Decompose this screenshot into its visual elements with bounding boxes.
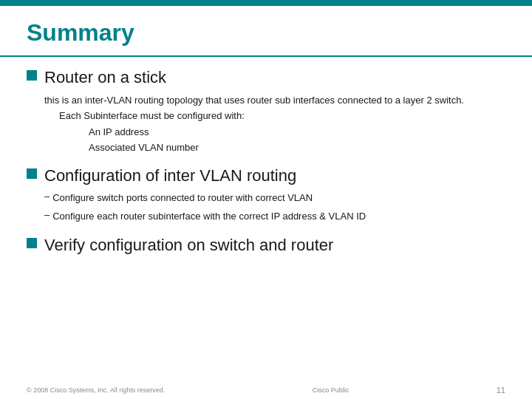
- ip-address-item: An IP address: [89, 125, 505, 140]
- vlan-number-item: Associated VLAN number: [89, 140, 505, 155]
- config-dash-text-1: Configure switch ports connected to rout…: [52, 191, 313, 205]
- bullet-main-verify: Verify configuration on switch and route…: [27, 235, 505, 256]
- config-dash-2: – Configure each router subinterface wit…: [44, 209, 505, 225]
- config-dash-1: – Configure switch ports connected to ro…: [44, 191, 505, 207]
- bullet-main-router: Router on a stick: [27, 67, 505, 89]
- router-intro-text: this is an inter-VLAN routing topology t…: [44, 93, 505, 108]
- bullet-section-verify: Verify configuration on switch and route…: [27, 235, 505, 256]
- bullet-label-config: Configuration of inter VLAN routing: [44, 166, 296, 187]
- footer: © 2008 Cisco Systems, Inc. All rights re…: [27, 386, 505, 395]
- bullet-label-verify: Verify configuration on switch and route…: [44, 235, 333, 256]
- title-area: Summary: [0, 6, 532, 57]
- footer-page-number: 11: [497, 386, 505, 395]
- bullet-label-router: Router on a stick: [44, 67, 166, 89]
- config-dash-text-2: Configure each router subinterface with …: [52, 209, 366, 224]
- subinterface-label: Each Subinterface must be configured wit…: [59, 109, 505, 123]
- slide-container: Summary Router on a stick this is an int…: [0, 6, 532, 399]
- footer-copyright: © 2008 Cisco Systems, Inc. All rights re…: [27, 386, 165, 394]
- bullet-section-config: Configuration of inter VLAN routing – Co…: [27, 166, 505, 225]
- bullet-icon-router: [27, 70, 37, 81]
- bullet-icon-config: [27, 168, 37, 179]
- header-bar: [0, 0, 532, 6]
- bullet-icon-verify: [27, 238, 37, 248]
- router-sub-content: this is an inter-VLAN routing topology t…: [44, 93, 505, 155]
- slide-title: Summary: [27, 19, 134, 46]
- config-sub-content: – Configure switch ports connected to ro…: [44, 191, 505, 225]
- bullet-main-config: Configuration of inter VLAN routing: [27, 166, 505, 187]
- bullet-section-router: Router on a stick this is an inter-VLAN …: [27, 67, 505, 155]
- router-sub-indent: Each Subinterface must be configured wit…: [59, 109, 505, 155]
- subinterface-children: An IP address Associated VLAN number: [89, 125, 505, 155]
- content-area: Router on a stick this is an inter-VLAN …: [0, 64, 532, 274]
- footer-classification: Cisco Public: [313, 386, 349, 394]
